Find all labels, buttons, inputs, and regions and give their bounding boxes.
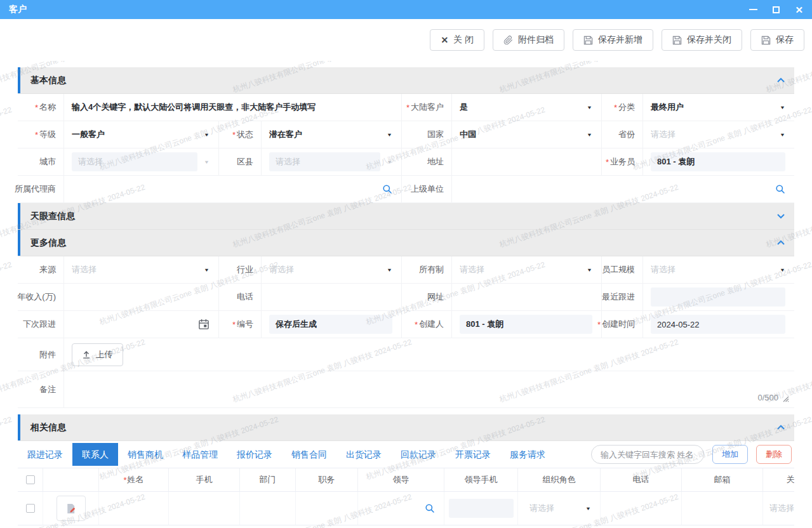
phone-label: 电话 (219, 284, 262, 310)
ownership-label: 所有制 (402, 256, 452, 283)
source-select[interactable]: 请选择▼ (64, 256, 219, 283)
tab-sales-contracts[interactable]: 销售合同 (282, 443, 336, 466)
save-and-new-button[interactable]: 保存并新增 (573, 29, 653, 51)
minimize-icon[interactable] (749, 9, 757, 10)
next-followup-label: 下次跟进 (18, 311, 64, 338)
header-select-all (18, 468, 43, 491)
search-icon[interactable] (775, 184, 785, 194)
maximize-icon[interactable] (773, 6, 780, 13)
contact-search-input[interactable] (591, 445, 704, 464)
tab-followup-records[interactable]: 跟进记录 (18, 443, 72, 466)
caret-down-icon: ▼ (387, 159, 392, 165)
customer-dialog: 客户 ✕ ✕ 关 闭 附件归档 保存并新增 保存并关闭 保存 (0, 0, 812, 528)
industry-select[interactable]: 请选择▼ (262, 256, 402, 283)
form-row: 名称 输入4个关键字，默认大陆公司将调用天眼查，非大陆客户手动填写 大陆客户 是… (18, 94, 794, 121)
staff-size-select[interactable]: 请选择▼ (643, 256, 794, 283)
district-select-disabled: 请选择▼ (262, 148, 402, 175)
related-info-section: 相关信息 跟进记录 联系人 销售商机 样品管理 报价记录 销售合同 出货记录 回… (18, 414, 794, 525)
tab-sample-management[interactable]: 样品管理 (173, 443, 227, 466)
website-input[interactable] (452, 284, 602, 310)
tabs-actions: 增加 删除 (591, 445, 794, 464)
search-icon[interactable] (425, 503, 435, 513)
row-leader-mobile-cell (444, 492, 518, 525)
row-job-cell[interactable] (296, 492, 358, 525)
mainland-select[interactable]: 是▼ (452, 94, 602, 121)
chevron-down-icon[interactable] (776, 213, 785, 219)
address-input[interactable] (452, 148, 602, 175)
section-accent-bar (18, 203, 20, 229)
create-time-field: 2024-05-22 (643, 311, 794, 338)
annual-income-input[interactable] (64, 284, 219, 310)
tab-shipment-records[interactable]: 出货记录 (336, 443, 391, 466)
chevron-up-icon[interactable] (776, 240, 785, 246)
row-select-cell (18, 492, 43, 525)
row-org-role-cell[interactable]: 请选择▼ (518, 492, 601, 525)
header-actions (43, 468, 99, 491)
tab-contacts[interactable]: 联系人 (72, 443, 118, 466)
caret-down-icon: ▼ (587, 132, 592, 138)
close-icon[interactable]: ✕ (795, 5, 803, 15)
name-input[interactable]: 输入4个关键字，默认大陆公司将调用天眼查，非大陆客户手动填写 (64, 94, 402, 121)
close-x-icon: ✕ (441, 36, 448, 44)
attachment-archive-button[interactable]: 附件归档 (493, 29, 564, 51)
next-followup-date-input[interactable] (64, 311, 219, 338)
header-phone: 电话 (601, 468, 682, 491)
tab-sales-opportunities[interactable]: 销售商机 (118, 443, 173, 466)
delete-contact-button[interactable]: 删除 (756, 445, 792, 464)
level-select[interactable]: 一般客户▼ (64, 121, 219, 148)
save-icon (583, 36, 593, 45)
agent-lookup-input[interactable] (64, 176, 402, 202)
edit-document-button[interactable] (57, 496, 86, 521)
code-field: 保存后生成 (262, 311, 402, 338)
tab-quotation-records[interactable]: 报价记录 (227, 443, 282, 466)
row-leader-cell[interactable] (358, 492, 444, 525)
row-checkbox[interactable] (26, 504, 35, 513)
section-related-info-title: 相关信息 (30, 422, 66, 433)
calendar-icon[interactable] (198, 319, 210, 330)
district-label: 区县 (219, 148, 262, 175)
section-more-info-header[interactable]: 更多信息 (18, 230, 794, 256)
phone-input[interactable] (262, 284, 402, 310)
tab-service-requests[interactable]: 服务请求 (500, 443, 555, 466)
select-all-checkbox[interactable] (26, 475, 35, 484)
province-select[interactable]: 请选择▼ (643, 121, 794, 148)
add-contact-button[interactable]: 增加 (712, 445, 748, 464)
row-relation-cell[interactable]: 请选择 (763, 492, 794, 525)
row-phone-cell[interactable] (601, 492, 682, 525)
salesman-field[interactable]: 801 - 袁朗 (643, 148, 794, 175)
title-bar: 客户 ✕ (0, 0, 812, 19)
document-edit-icon (65, 503, 77, 515)
parent-unit-lookup-input[interactable] (452, 176, 794, 202)
category-select[interactable]: 最终用户▼ (643, 94, 794, 121)
tab-invoice-records[interactable]: 开票记录 (446, 443, 500, 466)
chevron-up-icon[interactable] (776, 425, 785, 430)
country-label: 国家 (402, 121, 452, 148)
save-and-close-button[interactable]: 保存并关闭 (662, 29, 742, 51)
ownership-select[interactable]: 请选择▼ (452, 256, 602, 283)
level-label: 等级 (18, 121, 64, 148)
status-select[interactable]: 潜在客户▼ (262, 121, 402, 148)
mainland-label: 大陆客户 (402, 94, 452, 121)
caret-down-icon: ▼ (780, 267, 785, 273)
tab-payment-records[interactable]: 回款记录 (391, 443, 446, 466)
section-basic-info-header[interactable]: 基本信息 (18, 67, 794, 94)
country-select[interactable]: 中国▼ (452, 121, 602, 148)
section-tianyancha-header[interactable]: 天眼查信息 (18, 203, 794, 230)
header-email: 邮箱 (682, 468, 763, 491)
city-select-disabled: 请选择▼ (64, 148, 219, 175)
chevron-up-icon[interactable] (776, 77, 785, 83)
close-button[interactable]: ✕ 关 闭 (430, 29, 484, 51)
search-icon[interactable] (382, 184, 392, 194)
row-email-cell[interactable] (682, 492, 763, 525)
remark-textarea[interactable]: 0/500 (64, 371, 794, 407)
window-controls: ✕ (749, 5, 803, 15)
resize-grip-icon[interactable] (782, 395, 789, 402)
upload-button[interactable]: 上传 (72, 343, 123, 366)
form-row: 年收入(万) 电话 网址 最近跟进 (18, 284, 794, 311)
caret-down-icon: ▼ (780, 105, 785, 110)
row-name-cell[interactable] (99, 492, 169, 525)
row-department-cell[interactable] (240, 492, 296, 525)
section-related-info-header[interactable]: 相关信息 (18, 414, 794, 441)
row-mobile-cell[interactable] (169, 492, 240, 525)
save-button[interactable]: 保存 (750, 29, 804, 51)
